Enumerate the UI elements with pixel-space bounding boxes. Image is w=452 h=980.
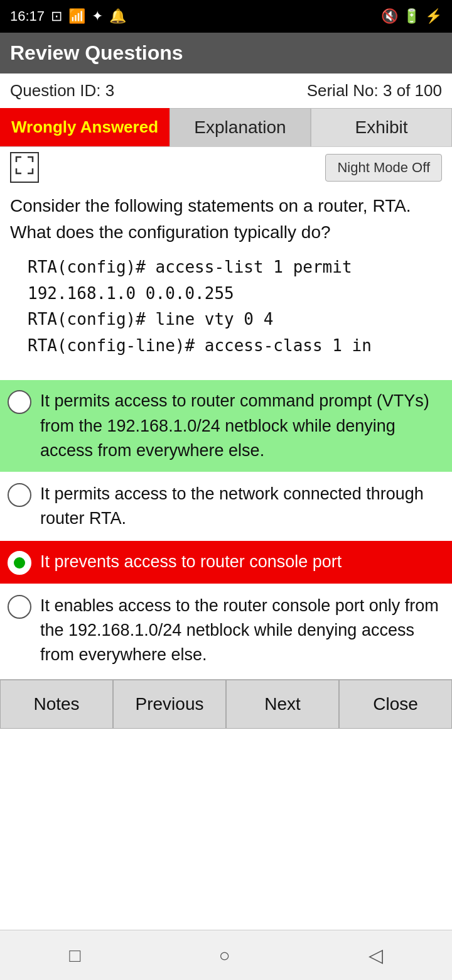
question-id: Question ID: 3 xyxy=(10,81,114,101)
radio-inner-c xyxy=(14,557,25,569)
radio-a xyxy=(8,390,31,414)
nav-back-icon[interactable]: ◁ xyxy=(369,944,383,966)
radio-c xyxy=(8,551,31,575)
mute-icon: 🔇 xyxy=(381,8,398,24)
page-title: Review Questions xyxy=(10,41,183,64)
question-meta: Question ID: 3 Serial No: 3 of 100 xyxy=(0,74,452,108)
battery-x-icon: ⊡ xyxy=(51,8,62,24)
option-text-c: It prevents access to router console por… xyxy=(40,550,444,574)
expand-icon[interactable] xyxy=(10,152,39,183)
toolbar-row: Night Mode Off xyxy=(0,147,452,188)
notes-button[interactable]: Notes xyxy=(0,680,113,729)
radio-d xyxy=(8,595,31,619)
title-bar: Review Questions xyxy=(0,33,452,74)
previous-button[interactable]: Previous xyxy=(113,680,226,729)
option-item-c[interactable]: It prevents access to router console por… xyxy=(0,541,452,584)
status-right: 🔇 🔋 ⚡ xyxy=(381,8,442,24)
night-mode-button[interactable]: Night Mode Off xyxy=(325,154,442,182)
option-item-b[interactable]: It permits access to the network connect… xyxy=(0,473,452,540)
question-body: Consider the following statements on a r… xyxy=(0,188,452,374)
options-list: It permits access to router command prom… xyxy=(0,380,452,676)
next-button[interactable]: Next xyxy=(226,680,339,729)
notification-icon: 🔔 xyxy=(109,8,126,24)
code-line-2: RTA(config)# line vty 0 4 xyxy=(28,307,442,333)
status-time: 16:17 xyxy=(10,8,45,24)
option-text-b: It permits access to the network connect… xyxy=(40,482,444,531)
tab-explanation[interactable]: Explanation xyxy=(170,108,311,146)
nav-square-icon[interactable]: □ xyxy=(69,945,80,966)
nav-bar: □ ○ ◁ xyxy=(0,930,452,980)
bottom-buttons: Notes Previous Next Close xyxy=(0,679,452,729)
code-line-1: RTA(config)# access-list 1 permit 192.16… xyxy=(28,254,442,307)
charging-icon: ⚡ xyxy=(425,8,442,24)
option-text-d: It enables access to the router console … xyxy=(40,594,444,667)
tabs-row: Wrongly Answered Explanation Exhibit xyxy=(0,108,452,147)
option-item-d[interactable]: It enables access to the router console … xyxy=(0,585,452,676)
wifi-icon: 📶 xyxy=(68,8,85,24)
status-bar: 16:17 ⊡ 📶 ✦ 🔔 🔇 🔋 ⚡ xyxy=(0,0,452,33)
battery-icon: 🔋 xyxy=(403,8,420,24)
bluetooth-icon: ✦ xyxy=(92,8,103,24)
code-line-3: RTA(config-line)# access-class 1 in xyxy=(28,333,442,359)
tab-wrongly-answered[interactable]: Wrongly Answered xyxy=(0,108,170,146)
status-left: 16:17 ⊡ 📶 ✦ 🔔 xyxy=(10,8,126,24)
option-text-a: It permits access to router command prom… xyxy=(40,389,444,462)
radio-b xyxy=(8,483,31,507)
code-block: RTA(config)# access-list 1 permit 192.16… xyxy=(28,254,442,359)
tab-exhibit[interactable]: Exhibit xyxy=(311,108,452,146)
nav-circle-icon[interactable]: ○ xyxy=(219,945,230,966)
question-text: Consider the following statements on a r… xyxy=(10,193,442,246)
option-item-a[interactable]: It permits access to router command prom… xyxy=(0,380,452,471)
serial-no: Serial No: 3 of 100 xyxy=(307,81,442,101)
close-button[interactable]: Close xyxy=(339,680,452,729)
